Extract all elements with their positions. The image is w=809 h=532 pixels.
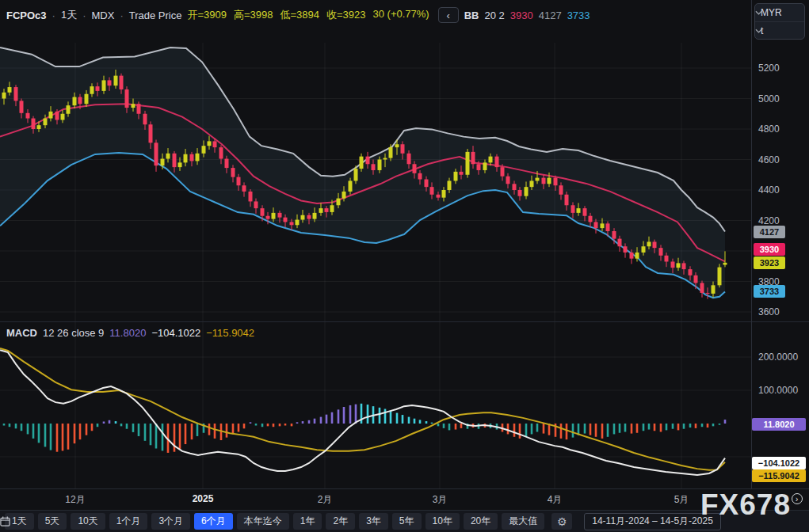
series-type-label: Trade Price <box>129 10 182 21</box>
macd-hist-badge: 11.8020 <box>752 418 806 431</box>
bb-lower-badge: 3733 <box>754 285 785 298</box>
range-button-20年[interactable]: 20年 <box>464 513 498 530</box>
bb-basis-badge: 3930 <box>754 243 785 256</box>
macd-signal-line <box>0 348 725 470</box>
range-button-1年[interactable]: 1年 <box>293 513 322 530</box>
price-axis[interactable]: MYR t 5200500048004600440042003800360020… <box>752 0 809 510</box>
exchange-label: MDX <box>92 10 115 21</box>
separator-dot: · <box>120 10 123 21</box>
price-axis-label: 3600 <box>758 306 780 318</box>
macd-params: 12 26 close 9 <box>43 327 104 339</box>
macd-histogram <box>4 404 725 453</box>
calendar-icon <box>0 516 10 526</box>
symbol-legend: FCPOc3 · 1天 · MDX · Trade Price 开=3909 高… <box>6 7 590 23</box>
separator-dot: · <box>82 10 86 21</box>
high-value: 高=3998 <box>234 8 273 22</box>
range-button-本年迄今[interactable]: 本年迄今 <box>237 513 289 530</box>
trading-chart-app: FCPOc3 · 1天 · MDX · Trade Price 开=3909 高… <box>0 0 809 532</box>
currency-dropdown[interactable]: MYR <box>755 4 804 21</box>
close-value: 收=3923 <box>326 8 366 22</box>
chevron-left-icon: ‹ <box>447 10 450 21</box>
range-button-1个月[interactable]: 1个月 <box>109 513 148 530</box>
separator-dot: · <box>52 10 55 21</box>
range-toolbar: 1天5天10天1个月3个月6个月本年迄今1年2年3年5年10年20年最大值 ⚙ … <box>0 510 809 532</box>
open-value: 开=3909 <box>187 8 227 22</box>
macd-legend: MACD 12 26 close 9 11.8020 −104.1022 −11… <box>6 327 254 339</box>
range-button-最大值[interactable]: 最大值 <box>502 513 544 530</box>
time-axis-label: 12月 <box>65 493 85 507</box>
low-value: 低=3894 <box>280 8 319 22</box>
range-button-10年[interactable]: 10年 <box>425 513 460 530</box>
range-button-3个月[interactable]: 3个月 <box>151 513 190 530</box>
macd-axis-label: 200.0000 <box>758 351 798 363</box>
macd-signal-value: −115.9042 <box>206 327 254 339</box>
macd-signal-badge: −115.9042 <box>752 469 806 482</box>
date-range-text: 14-11月-2024 – 14-5月-2025 <box>592 515 713 528</box>
bb-params: 20 2 <box>484 10 504 21</box>
ohlc-values: 开=3909 高=3998 低=3894 收=3923 30 (+0.77%) <box>187 8 429 22</box>
change-value: 30 (+0.77%) <box>373 8 429 22</box>
macd-line <box>0 350 725 475</box>
macd-chart-panel[interactable] <box>0 322 751 488</box>
price-axis-label: 4400 <box>758 184 780 196</box>
range-buttons: 1天5天10天1个月3个月6个月本年迄今1年2年3年5年10年20年最大值 <box>5 513 544 530</box>
macd-axis-label: 100.0000 <box>758 384 798 397</box>
collapse-legend-button[interactable]: ‹ <box>438 7 459 23</box>
range-button-3年[interactable]: 3年 <box>359 513 388 530</box>
price-axis-label: 5000 <box>758 93 780 105</box>
bb-lower-value: 3733 <box>567 10 590 21</box>
price-chart-panel[interactable] <box>0 43 751 322</box>
axis-settings-box: MYR t <box>754 3 805 40</box>
chart-settings-button[interactable]: ⚙ <box>551 513 572 530</box>
price-axis-label: 5200 <box>758 62 780 74</box>
last-price-badge: 3923 <box>754 256 785 269</box>
bb-upper-badge: 4127 <box>754 226 785 238</box>
time-axis-label: 4月 <box>548 493 563 507</box>
range-button-10天[interactable]: 10天 <box>71 513 105 530</box>
interval-label[interactable]: 1天 <box>61 8 77 22</box>
bb-basis-value: 3930 <box>510 10 533 21</box>
bb-indicator-name[interactable]: BB <box>464 10 479 21</box>
range-button-5年[interactable]: 5年 <box>392 513 422 530</box>
time-axis-label: 2月 <box>318 493 333 507</box>
macd-indicator-name[interactable]: MACD <box>6 327 37 339</box>
time-axis-label: 3月 <box>433 493 448 507</box>
gear-icon: ⚙ <box>557 515 567 528</box>
macd-hist-value: 11.8020 <box>109 327 146 339</box>
macd-line-badge: −104.1022 <box>752 457 806 469</box>
time-axis-label: 5月 <box>674 493 689 507</box>
unit-dropdown[interactable]: t <box>755 21 804 39</box>
range-button-2年[interactable]: 2年 <box>326 513 355 530</box>
chevron-down-icon <box>755 28 762 33</box>
date-range-picker[interactable]: 14-11月-2024 – 14-5月-2025 <box>584 513 721 530</box>
macd-line-value: −104.1022 <box>151 327 200 339</box>
time-axis[interactable]: 12月20252月3月4月5月 <box>0 489 751 510</box>
range-button-6个月[interactable]: 6个月 <box>194 513 233 530</box>
chevron-down-icon <box>755 10 762 15</box>
price-axis-label: 4600 <box>758 154 780 166</box>
range-button-5天[interactable]: 5天 <box>38 513 67 530</box>
bb-upper-value: 4127 <box>539 10 562 21</box>
price-axis-label: 4800 <box>758 123 780 135</box>
panel-separator[interactable] <box>0 321 809 322</box>
time-axis-label: 2025 <box>193 493 214 504</box>
currency-label: MYR <box>761 7 782 18</box>
symbol-name[interactable]: FCPOc3 <box>6 10 47 21</box>
